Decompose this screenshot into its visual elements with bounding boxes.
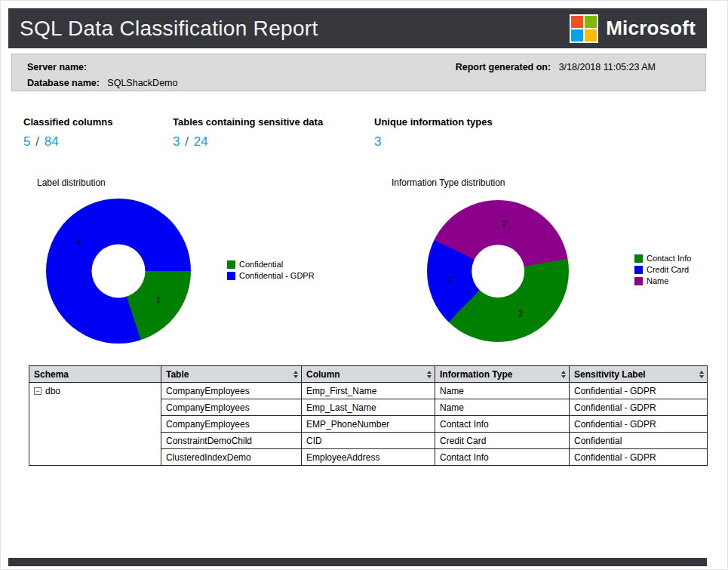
slice-value-label: 2 [502, 219, 507, 228]
stat-total: 84 [45, 134, 59, 149]
cell-sensitivity-label: Confidential [570, 433, 708, 449]
stat-number: 5 [23, 134, 30, 149]
server-name-label: Server name: [27, 62, 87, 72]
legend-item: Name [634, 276, 691, 285]
stat-total: 24 [194, 134, 208, 149]
cell-table: ConstraintDemoChild [161, 433, 302, 449]
sort-icon[interactable] [293, 371, 298, 378]
generated-on-label: Report generated on: [456, 62, 551, 72]
chart-title: Label distribution [37, 177, 106, 188]
legend-item: Confidential [227, 260, 315, 269]
slice-labels: 14 [46, 199, 191, 344]
generated-on-value: 3/18/2018 11:05:23 AM [559, 62, 656, 72]
legend-label: Name [647, 276, 668, 285]
stat-sensitive-tables: Tables containing sensitive data 3 / 24 [173, 116, 374, 149]
column-header-column[interactable]: Column [302, 366, 435, 383]
legend-label: Credit Card [647, 265, 689, 274]
logo-square-green [585, 16, 597, 28]
column-header-label: Table [166, 369, 189, 380]
cell-information-type: Contact Info [435, 416, 570, 433]
cell-table: ClusteredIndexDemo [161, 449, 302, 466]
cell-table: CompanyEmployees [161, 416, 302, 433]
cell-sensitivity-label: Confidential - GDPR [570, 449, 708, 466]
column-header-schema: Schema [29, 366, 161, 383]
column-header-table[interactable]: Table [161, 366, 302, 383]
slice-value-label: 2 [518, 309, 523, 318]
logo-square-blue [571, 29, 583, 42]
donut-chart: 14 [46, 199, 191, 344]
report-title: SQL Data Classification Report [20, 17, 318, 41]
collapse-icon[interactable]: − [34, 387, 41, 395]
legend-label: Confidential - GDPR [239, 271, 315, 280]
slice-value-label: 4 [76, 238, 81, 247]
stat-separator: / [185, 134, 189, 149]
table-row: −dboCompanyEmployeesEmp_First_NameNameCo… [29, 383, 708, 399]
database-name-value: SQLShackDemo [107, 78, 177, 88]
cell-sensitivity-label: Confidential - GDPR [570, 383, 708, 399]
server-database-info: Server name: Database name: SQLShackDemo [27, 60, 177, 85]
summary-stats: Classified columns 5 / 84 Tables contain… [23, 116, 493, 149]
cell-information-type: Name [435, 383, 570, 399]
label-distribution-chart: Label distribution 14 ConfidentialConfid… [1, 173, 363, 358]
cell-information-type: Name [435, 399, 570, 416]
legend-item: Credit Card [634, 265, 691, 274]
column-header-label: Column [306, 369, 340, 380]
information-type-distribution-chart: Information Type distribution 212 Contac… [363, 173, 717, 358]
sort-icon[interactable] [561, 371, 566, 378]
slice-value-label: 1 [156, 295, 161, 304]
column-header-information-type[interactable]: Information Type [435, 366, 570, 383]
stat-label: Classified columns [23, 116, 173, 128]
stat-value: 3 / 24 [173, 134, 374, 149]
cell-column: CID [302, 433, 435, 449]
cell-table: CompanyEmployees [161, 399, 302, 416]
column-header-label: Sensitivity Label [574, 369, 646, 380]
chart-legend: Contact InfoCredit CardName [634, 254, 691, 285]
column-header-label: Schema [34, 369, 69, 380]
legend-item: Contact Info [634, 254, 691, 263]
report-info-bar: Server name: Database name: SQLShackDemo… [11, 54, 706, 91]
database-name-row: Database name: SQLShackDemo [27, 75, 177, 91]
report-page: SQL Data Classification Report Microsoft… [0, 0, 728, 570]
column-header-sensitivity-label[interactable]: Sensitivity Label [570, 366, 708, 383]
sort-icon[interactable] [427, 371, 432, 378]
slice-labels: 212 [427, 200, 569, 342]
stat-separator: / [35, 134, 39, 149]
donut-chart: 212 [427, 200, 569, 342]
sort-icon[interactable] [699, 371, 704, 378]
logo-square-red [571, 16, 583, 28]
column-header-label: Information Type [440, 369, 512, 380]
cell-column: EMP_PhoneNumber [302, 416, 435, 433]
legend-swatch [227, 272, 235, 280]
legend-item: Confidential - GDPR [227, 271, 315, 280]
legend-label: Confidential [239, 260, 283, 269]
schema-group-cell: −dbo [29, 383, 161, 466]
report-generated-info: Report generated on: 3/18/2018 11:05:23 … [456, 60, 656, 85]
stat-number: 3 [374, 134, 381, 149]
chart-legend: ConfidentialConfidential - GDPR [227, 260, 315, 280]
brand-name: Microsoft [606, 17, 696, 40]
stat-number: 3 [173, 134, 180, 149]
cell-column: EmployeeAddress [302, 449, 435, 466]
report-header: SQL Data Classification Report Microsoft [8, 8, 707, 48]
cell-sensitivity-label: Confidential - GDPR [570, 416, 708, 433]
cell-column: Emp_First_Name [302, 383, 435, 399]
stat-label: Tables containing sensitive data [173, 116, 374, 128]
classification-table: SchemaTableColumnInformation TypeSensiti… [29, 365, 708, 466]
stat-label: Unique information types [374, 116, 493, 128]
cell-column: Emp_Last_Name [302, 399, 435, 416]
chart-title: Information Type distribution [392, 177, 505, 188]
legend-swatch [227, 260, 235, 269]
legend-swatch [634, 266, 643, 274]
stat-value: 5 / 84 [23, 134, 173, 149]
cell-information-type: Credit Card [435, 433, 570, 449]
legend-swatch [634, 254, 643, 263]
cell-sensitivity-label: Confidential - GDPR [570, 399, 708, 416]
slice-value-label: 1 [448, 275, 453, 284]
stat-value: 3 [374, 134, 493, 149]
footer-bar [8, 558, 707, 566]
cell-information-type: Contact Info [435, 449, 570, 466]
legend-swatch [634, 277, 643, 285]
logo-square-yellow [585, 29, 597, 42]
stat-classified-columns: Classified columns 5 / 84 [23, 116, 173, 149]
database-name-label: Database name: [27, 78, 100, 88]
